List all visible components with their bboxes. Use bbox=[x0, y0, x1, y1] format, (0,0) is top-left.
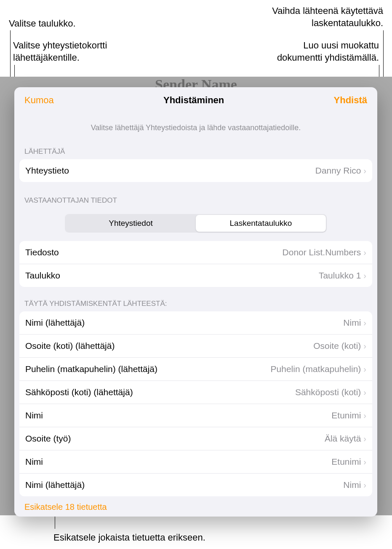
callout-line bbox=[55, 516, 55, 529]
sender-group: Yhteystieto Danny Rico › bbox=[19, 159, 372, 182]
fields-group: Nimi (lähettäjä) Nimi › Osoite (koti) (l… bbox=[19, 311, 372, 496]
chevron-right-icon: › bbox=[363, 271, 366, 281]
row-label: Osoite (työ) bbox=[25, 434, 325, 444]
row-value: Puhelin (matkapuhelin) bbox=[271, 364, 361, 374]
merge-button[interactable]: Yhdistä bbox=[334, 95, 367, 106]
callout-select-table: Valitse taulukko. bbox=[9, 18, 76, 30]
field-row[interactable]: Puhelin (matkapuhelin) (lähettäjä) Puhel… bbox=[19, 358, 372, 381]
preview-records-link[interactable]: Esikatsele 18 tietuetta bbox=[14, 496, 377, 517]
row-value: Etunimi bbox=[331, 410, 361, 420]
source-group: Tiedosto Donor List.Numbers › Taulukko T… bbox=[19, 241, 372, 287]
modal-header: Kumoa Yhdistäminen Yhdistä bbox=[14, 87, 377, 112]
chevron-right-icon: › bbox=[363, 457, 366, 467]
chevron-right-icon: › bbox=[363, 434, 366, 444]
field-row[interactable]: Nimi (lähettäjä) Nimi › bbox=[19, 474, 372, 496]
modal-subtitle: Valitse lähettäjä Yhteystiedoista ja läh… bbox=[14, 112, 377, 140]
cancel-button[interactable]: Kumoa bbox=[24, 95, 54, 106]
callout-change-source: Vaihda lähteenä käytettävä laskentataulu… bbox=[272, 5, 383, 29]
table-row[interactable]: Taulukko Taulukko 1 › bbox=[19, 264, 372, 287]
file-row[interactable]: Tiedosto Donor List.Numbers › bbox=[19, 241, 372, 264]
callout-text: Valitse yhteystietokortti bbox=[13, 40, 107, 52]
source-segmented-control[interactable]: Yhteystiedot Laskentataulukko bbox=[65, 214, 327, 233]
callout-text: dokumentti yhdistämällä. bbox=[277, 52, 379, 64]
row-label: Nimi (lähettäjä) bbox=[25, 318, 343, 328]
row-label: Nimi bbox=[25, 457, 331, 467]
sender-contact-row[interactable]: Yhteystieto Danny Rico › bbox=[19, 159, 372, 182]
mail-merge-modal: Kumoa Yhdistäminen Yhdistä Valitse lähet… bbox=[14, 87, 377, 517]
callout-select-contact: Valitse yhteystietokortti lähettäjäkenti… bbox=[13, 40, 107, 64]
chevron-right-icon: › bbox=[363, 318, 366, 328]
field-row[interactable]: Sähköposti (koti) (lähettäjä) Sähköposti… bbox=[19, 381, 372, 404]
segment-spreadsheet[interactable]: Laskentataulukko bbox=[196, 215, 326, 232]
modal-title: Yhdistäminen bbox=[163, 95, 224, 106]
row-label: Osoite (koti) (lähettäjä) bbox=[25, 341, 313, 351]
row-value: Osoite (koti) bbox=[313, 341, 361, 351]
field-row[interactable]: Nimi Etunimi › bbox=[19, 450, 372, 474]
row-value: Nimi bbox=[343, 480, 361, 490]
chevron-right-icon: › bbox=[363, 388, 366, 397]
callout-text: Vaihda lähteenä käytettävä bbox=[272, 5, 383, 17]
section-header-sender: LÄHETTÄJÄ bbox=[14, 140, 377, 159]
row-label: Sähköposti (koti) (lähettäjä) bbox=[25, 387, 295, 397]
chevron-right-icon: › bbox=[363, 411, 366, 420]
section-header-fields: TÄYTÄ YHDISTÄMISKENTÄT LÄHTEESTÄ: bbox=[14, 287, 377, 311]
section-header-recipient: VASTAANOTTAJAN TIEDOT bbox=[14, 182, 377, 208]
row-label: Tiedosto bbox=[25, 247, 283, 257]
callout-preview: Esikatsele jokaista tietuetta erikseen. bbox=[53, 532, 205, 544]
callout-create-merged: Luo uusi muokattu dokumentti yhdistämäll… bbox=[277, 40, 379, 64]
row-value: Nimi bbox=[343, 318, 361, 328]
chevron-right-icon: › bbox=[363, 341, 366, 351]
row-label: Yhteystieto bbox=[25, 166, 315, 176]
callout-text: laskentataulukko. bbox=[272, 17, 383, 29]
chevron-right-icon: › bbox=[363, 364, 366, 374]
row-label: Nimi bbox=[25, 410, 331, 420]
field-row[interactable]: Osoite (koti) (lähettäjä) Osoite (koti) … bbox=[19, 335, 372, 358]
row-label: Taulukko bbox=[25, 270, 319, 281]
segment-contacts[interactable]: Yhteystiedot bbox=[66, 215, 196, 232]
row-value: Danny Rico bbox=[315, 166, 361, 176]
callout-text: Luo uusi muokattu bbox=[277, 40, 379, 52]
chevron-right-icon: › bbox=[363, 248, 366, 257]
chevron-right-icon: › bbox=[363, 480, 366, 490]
row-label: Nimi (lähettäjä) bbox=[25, 480, 343, 490]
field-row[interactable]: Nimi (lähettäjä) Nimi › bbox=[19, 311, 372, 335]
chevron-right-icon: › bbox=[363, 166, 366, 176]
field-row[interactable]: Osoite (työ) Älä käytä › bbox=[19, 427, 372, 450]
callout-text: lähettäjäkentille. bbox=[13, 52, 107, 64]
row-value: Sähköposti (koti) bbox=[295, 387, 361, 397]
field-row[interactable]: Nimi Etunimi › bbox=[19, 404, 372, 427]
row-value: Donor List.Numbers bbox=[283, 247, 361, 257]
row-value: Taulukko 1 bbox=[319, 270, 361, 281]
row-value: Älä käytä bbox=[325, 434, 361, 444]
row-value: Etunimi bbox=[331, 457, 361, 467]
row-label: Puhelin (matkapuhelin) (lähettäjä) bbox=[25, 364, 271, 374]
